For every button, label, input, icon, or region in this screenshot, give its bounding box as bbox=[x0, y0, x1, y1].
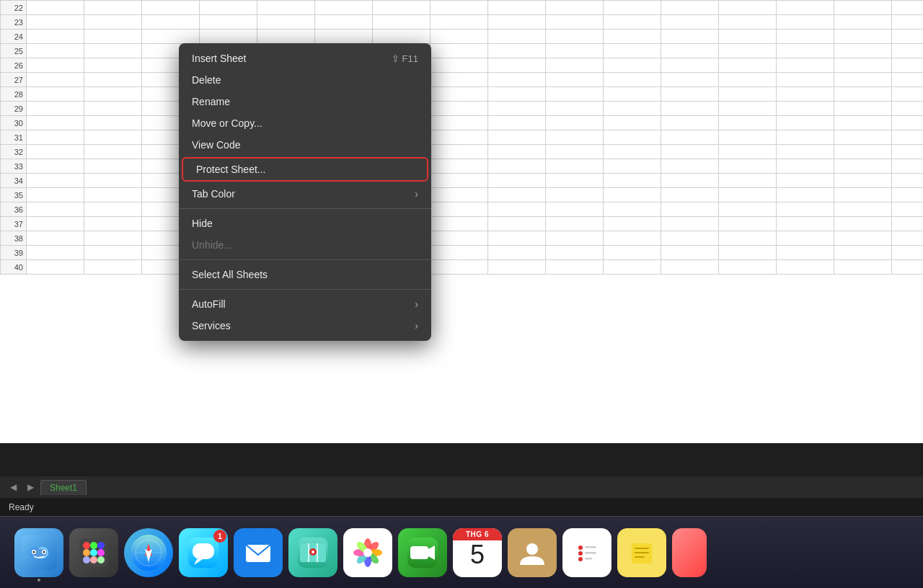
cell-33-8[interactable] bbox=[488, 159, 546, 174]
cell-36-1[interactable] bbox=[84, 202, 142, 217]
cell-29-0[interactable] bbox=[27, 102, 84, 116]
cell-22-10[interactable] bbox=[604, 1, 661, 15]
cell-27-13[interactable] bbox=[777, 73, 834, 87]
cell-24-3[interactable] bbox=[200, 30, 257, 44]
cell-35-8[interactable] bbox=[488, 188, 546, 202]
cell-26-7[interactable] bbox=[430, 58, 488, 73]
cell-39-8[interactable] bbox=[488, 246, 546, 260]
dock-item-reminders[interactable] bbox=[562, 528, 611, 577]
menu-item-insert-sheet[interactable]: Insert Sheet⇧ F11 bbox=[179, 48, 431, 69]
cell-30-1[interactable] bbox=[84, 116, 142, 130]
cell-27-8[interactable] bbox=[488, 73, 546, 87]
cell-29-15[interactable] bbox=[892, 102, 924, 116]
cell-32-15[interactable] bbox=[892, 145, 924, 159]
cell-23-0[interactable] bbox=[27, 15, 84, 30]
menu-item-select-all-sheets[interactable]: Select All Sheets bbox=[179, 264, 431, 285]
cell-40-7[interactable] bbox=[430, 260, 488, 275]
cell-37-13[interactable] bbox=[777, 217, 834, 231]
cell-25-10[interactable] bbox=[604, 44, 661, 58]
cell-34-9[interactable] bbox=[546, 174, 604, 188]
cell-40-14[interactable] bbox=[834, 260, 892, 275]
cell-24-7[interactable] bbox=[430, 30, 488, 44]
cell-30-13[interactable] bbox=[777, 116, 834, 130]
cell-31-13[interactable] bbox=[777, 130, 834, 145]
cell-36-11[interactable] bbox=[661, 202, 719, 217]
cell-23-5[interactable] bbox=[315, 15, 373, 30]
cell-32-7[interactable] bbox=[430, 145, 488, 159]
cell-28-8[interactable] bbox=[488, 87, 546, 102]
cell-28-0[interactable] bbox=[27, 87, 84, 102]
cell-40-11[interactable] bbox=[661, 260, 719, 275]
cell-25-9[interactable] bbox=[546, 44, 604, 58]
menu-item-protect-sheet[interactable]: Protect Sheet... bbox=[183, 159, 427, 180]
cell-37-11[interactable] bbox=[661, 217, 719, 231]
cell-29-7[interactable] bbox=[430, 102, 488, 116]
menu-item-move-or-copy[interactable]: Move or Copy... bbox=[179, 112, 431, 134]
cell-22-11[interactable] bbox=[661, 1, 719, 15]
cell-30-10[interactable] bbox=[604, 116, 661, 130]
cell-28-12[interactable] bbox=[719, 87, 777, 102]
cell-23-1[interactable] bbox=[84, 15, 142, 30]
prev-sheet-arrow[interactable]: ◀ bbox=[6, 480, 20, 494]
cell-35-15[interactable] bbox=[892, 188, 924, 202]
cell-24-10[interactable] bbox=[604, 30, 661, 44]
menu-item-services[interactable]: Services› bbox=[179, 315, 431, 337]
cell-25-1[interactable] bbox=[84, 44, 142, 58]
cell-39-15[interactable] bbox=[892, 246, 924, 260]
cell-28-13[interactable] bbox=[777, 87, 834, 102]
cell-35-0[interactable] bbox=[27, 188, 84, 202]
cell-23-7[interactable] bbox=[430, 15, 488, 30]
cell-31-12[interactable] bbox=[719, 130, 777, 145]
cell-24-6[interactable] bbox=[373, 30, 430, 44]
cell-27-12[interactable] bbox=[719, 73, 777, 87]
cell-33-10[interactable] bbox=[604, 159, 661, 174]
cell-33-13[interactable] bbox=[777, 159, 834, 174]
cell-32-12[interactable] bbox=[719, 145, 777, 159]
cell-27-15[interactable] bbox=[892, 73, 924, 87]
cell-31-11[interactable] bbox=[661, 130, 719, 145]
cell-40-9[interactable] bbox=[546, 260, 604, 275]
cell-35-11[interactable] bbox=[661, 188, 719, 202]
cell-32-13[interactable] bbox=[777, 145, 834, 159]
cell-38-13[interactable] bbox=[777, 231, 834, 246]
dock-item-photos[interactable] bbox=[343, 528, 392, 577]
cell-32-0[interactable] bbox=[27, 145, 84, 159]
cell-38-1[interactable] bbox=[84, 231, 142, 246]
cell-36-7[interactable] bbox=[430, 202, 488, 217]
cell-26-0[interactable] bbox=[27, 58, 84, 73]
cell-22-8[interactable] bbox=[488, 1, 546, 15]
cell-32-11[interactable] bbox=[661, 145, 719, 159]
cell-25-15[interactable] bbox=[892, 44, 924, 58]
cell-38-8[interactable] bbox=[488, 231, 546, 246]
cell-39-12[interactable] bbox=[719, 246, 777, 260]
cell-24-5[interactable] bbox=[315, 30, 373, 44]
cell-25-7[interactable] bbox=[430, 44, 488, 58]
cell-31-14[interactable] bbox=[834, 130, 892, 145]
cell-34-10[interactable] bbox=[604, 174, 661, 188]
cell-36-9[interactable] bbox=[546, 202, 604, 217]
cell-30-0[interactable] bbox=[27, 116, 84, 130]
cell-22-13[interactable] bbox=[777, 1, 834, 15]
cell-38-12[interactable] bbox=[719, 231, 777, 246]
cell-39-7[interactable] bbox=[430, 246, 488, 260]
cell-24-14[interactable] bbox=[834, 30, 892, 44]
cell-36-13[interactable] bbox=[777, 202, 834, 217]
cell-26-10[interactable] bbox=[604, 58, 661, 73]
cell-37-10[interactable] bbox=[604, 217, 661, 231]
cell-38-14[interactable] bbox=[834, 231, 892, 246]
cell-23-10[interactable] bbox=[604, 15, 661, 30]
cell-22-5[interactable] bbox=[315, 1, 373, 15]
cell-25-13[interactable] bbox=[777, 44, 834, 58]
cell-37-8[interactable] bbox=[488, 217, 546, 231]
cell-28-10[interactable] bbox=[604, 87, 661, 102]
cell-23-14[interactable] bbox=[834, 15, 892, 30]
cell-31-7[interactable] bbox=[430, 130, 488, 145]
cell-39-0[interactable] bbox=[27, 246, 84, 260]
cell-26-1[interactable] bbox=[84, 58, 142, 73]
cell-37-1[interactable] bbox=[84, 217, 142, 231]
cell-24-0[interactable] bbox=[27, 30, 84, 44]
cell-34-13[interactable] bbox=[777, 174, 834, 188]
cell-38-9[interactable] bbox=[546, 231, 604, 246]
cell-23-13[interactable] bbox=[777, 15, 834, 30]
menu-item-tab-color[interactable]: Tab Color› bbox=[179, 183, 431, 205]
